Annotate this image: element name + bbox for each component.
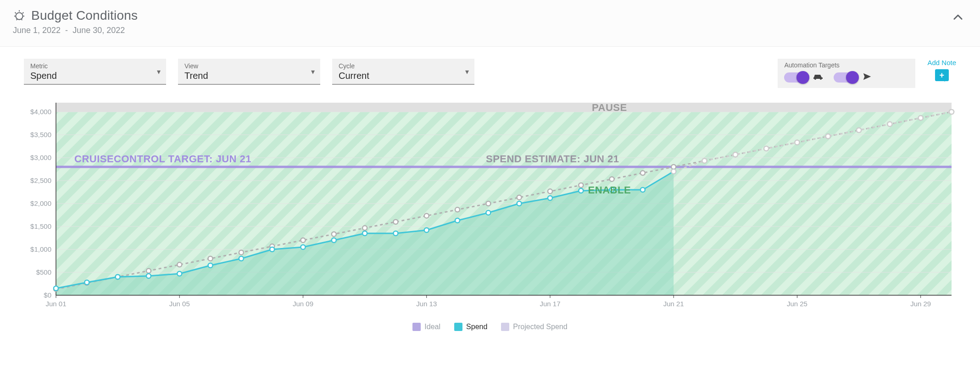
svg-point-87	[270, 247, 274, 252]
svg-point-55	[208, 256, 213, 261]
svg-point-62	[424, 214, 429, 218]
svg-text:$3,000: $3,000	[30, 154, 51, 161]
svg-point-102	[702, 159, 707, 163]
svg-point-97	[579, 188, 583, 193]
add-note-link[interactable]: Add Note	[927, 59, 956, 66]
metric-select[interactable]: Metric Spend ▾	[24, 59, 166, 85]
svg-line-7	[22, 19, 22, 20]
svg-text:Jun 05: Jun 05	[169, 300, 190, 308]
svg-point-104	[764, 146, 768, 151]
svg-text:Jun 25: Jun 25	[787, 300, 807, 308]
chevron-down-icon: ▾	[157, 67, 161, 76]
svg-point-86	[239, 256, 244, 261]
svg-point-54	[177, 262, 182, 267]
svg-text:Jun 21: Jun 21	[663, 300, 684, 308]
automation-targets-panel: Automation Targets	[778, 59, 915, 88]
add-note-button[interactable]: +	[935, 69, 949, 81]
svg-point-69	[640, 171, 645, 175]
svg-point-84	[177, 271, 182, 276]
svg-text:$1,000: $1,000	[30, 245, 51, 253]
svg-point-96	[548, 196, 552, 200]
svg-text:$2,000: $2,000	[30, 199, 51, 207]
svg-text:PAUSE: PAUSE	[592, 102, 627, 113]
legend-projected[interactable]: Projected Spend	[501, 323, 567, 331]
collapse-panel-button[interactable]	[949, 8, 967, 28]
svg-point-67	[579, 183, 583, 188]
header-titles: Budget Conditions June 1, 2022 - June 30…	[13, 8, 138, 35]
svg-text:SPEND ESTIMATE: JUN 21: SPEND ESTIMATE: JUN 21	[486, 153, 619, 165]
car-toggle[interactable]	[784, 72, 808, 83]
svg-point-109	[919, 116, 923, 120]
svg-point-85	[208, 263, 213, 268]
plane-icon	[862, 72, 872, 83]
controls-bar: Metric Spend ▾ View Trend ▾ Cycle Curren…	[0, 47, 980, 94]
chart-container: $0$500$1,000$1,500$2,000$2,500$3,000$3,5…	[0, 94, 980, 340]
chevron-down-icon: ▾	[311, 67, 315, 76]
svg-text:ENABLE: ENABLE	[588, 184, 631, 196]
svg-text:$0: $0	[44, 291, 51, 299]
svg-point-103	[733, 152, 738, 157]
panel-header: Budget Conditions June 1, 2022 - June 30…	[0, 0, 980, 47]
svg-text:$4,000: $4,000	[30, 108, 51, 116]
view-select[interactable]: View Trend ▾	[178, 59, 320, 85]
plane-toggle[interactable]	[834, 72, 858, 83]
spend-trend-chart: $0$500$1,000$1,500$2,000$2,500$3,000$3,5…	[24, 98, 956, 318]
svg-text:$1,500: $1,500	[30, 222, 51, 230]
chart-legend: Ideal Spend Projected Spend	[24, 318, 956, 331]
chevron-down-icon: ▾	[465, 67, 469, 76]
svg-point-95	[517, 201, 522, 206]
svg-point-63	[455, 207, 460, 212]
add-note: Add Note +	[927, 59, 956, 81]
automation-targets-label: Automation Targets	[784, 61, 909, 69]
svg-text:Jun 01: Jun 01	[45, 300, 66, 308]
svg-text:CRUISECONTROL TARGET: JUN 21: CRUISECONTROL TARGET: JUN 21	[74, 153, 251, 165]
svg-point-60	[362, 226, 367, 230]
svg-point-53	[146, 269, 151, 273]
svg-text:Jun 29: Jun 29	[910, 300, 931, 308]
cycle-select[interactable]: Cycle Current ▾	[332, 59, 474, 85]
legend-ideal[interactable]: Ideal	[412, 323, 440, 331]
car-icon	[813, 72, 824, 83]
svg-point-107	[857, 128, 861, 132]
date-range: June 1, 2022 - June 30, 2022	[13, 26, 138, 35]
svg-rect-12	[56, 103, 952, 112]
svg-point-58	[301, 238, 305, 243]
svg-text:Jun 09: Jun 09	[293, 300, 313, 308]
svg-line-2	[15, 12, 16, 13]
svg-point-80	[54, 286, 58, 291]
svg-point-93	[455, 218, 460, 223]
alarm-icon	[13, 9, 26, 22]
svg-point-90	[362, 231, 367, 236]
svg-text:$2,500: $2,500	[30, 176, 51, 184]
svg-point-91	[393, 231, 398, 236]
svg-point-56	[239, 250, 244, 255]
svg-point-59	[332, 232, 336, 237]
svg-point-101	[671, 169, 676, 174]
svg-point-110	[949, 110, 954, 114]
svg-line-3	[22, 12, 23, 13]
svg-point-0	[16, 13, 22, 20]
svg-point-82	[116, 275, 120, 279]
svg-line-6	[17, 19, 17, 20]
svg-text:Jun 17: Jun 17	[540, 300, 560, 308]
svg-point-61	[393, 220, 398, 224]
svg-point-70	[671, 165, 676, 169]
svg-point-92	[424, 228, 429, 232]
svg-point-105	[795, 140, 799, 145]
svg-point-88	[301, 245, 305, 249]
svg-point-94	[486, 210, 490, 215]
svg-text:$500: $500	[36, 268, 51, 276]
select-group: Metric Spend ▾ View Trend ▾ Cycle Curren…	[24, 59, 474, 85]
legend-spend[interactable]: Spend	[454, 323, 487, 331]
svg-text:$3,500: $3,500	[30, 131, 51, 138]
svg-point-99	[640, 188, 645, 192]
svg-point-68	[610, 177, 614, 182]
svg-point-83	[146, 274, 151, 278]
svg-point-89	[332, 238, 336, 243]
svg-text:Jun 13: Jun 13	[416, 300, 437, 308]
svg-point-108	[887, 122, 892, 127]
svg-point-81	[84, 280, 89, 285]
svg-point-106	[826, 134, 830, 138]
svg-point-65	[517, 195, 522, 200]
page-title: Budget Conditions	[31, 8, 138, 23]
